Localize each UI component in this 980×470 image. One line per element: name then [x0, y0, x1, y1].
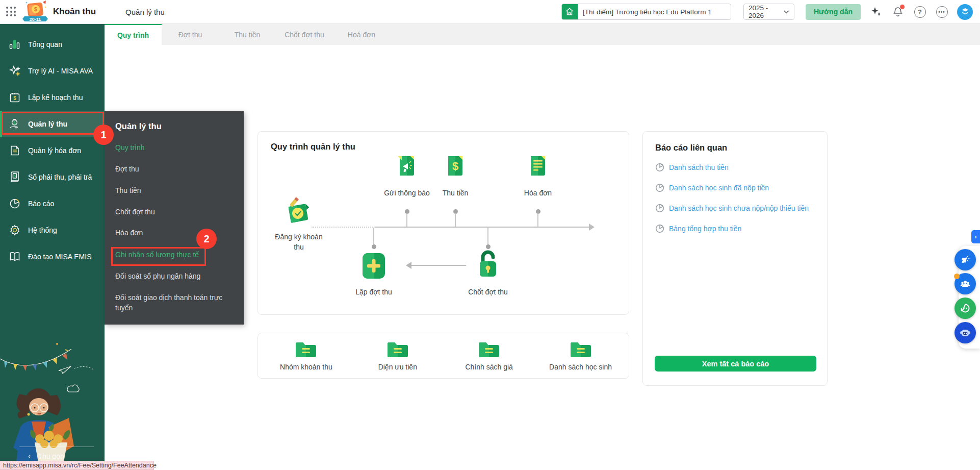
svg-text:$: $	[13, 95, 16, 101]
submenu-item-doi-soat-giao-dich[interactable]: Đối soát giao dịch thanh toán trực tuyến	[115, 292, 235, 313]
school-year-select[interactable]: 2025 - 2026	[743, 4, 794, 20]
folder-icon	[569, 340, 592, 359]
notify-document-icon[interactable]	[394, 152, 420, 179]
sidebar-item-quan-ly-hoa-don[interactable]: Quản lý hóa đơn	[0, 137, 105, 164]
report-link-hoc-sinh-chua-nop[interactable]: Danh sách học sinh chưa nộp/nộp thiếu ti…	[655, 204, 809, 213]
header-nav-quan-ly-thu[interactable]: Quản lý thu	[125, 8, 165, 16]
step-label-register: Đăng ký khoản thu	[273, 232, 324, 252]
process-card: Quy trình quản lý thu $	[257, 131, 629, 315]
user-avatar[interactable]	[957, 4, 973, 20]
app-launcher-icon[interactable]	[6, 7, 16, 17]
catalog-label: Danh sách học sinh	[549, 363, 612, 371]
chevron-down-icon	[784, 10, 789, 14]
ai-sparkles-icon[interactable]	[869, 5, 883, 18]
register-note-icon[interactable]	[282, 195, 314, 227]
svg-text:$: $	[34, 6, 37, 12]
home-icon	[562, 4, 578, 20]
calendar-dollar-icon: $	[8, 91, 21, 104]
sidebar-collapse-button[interactable]: ‹ Thu gọn	[28, 452, 64, 461]
sidebar-item-label: Hệ thống	[28, 226, 57, 234]
submenu-item-doi-soat-so-phu[interactable]: Đối soát sổ phụ ngân hàng	[115, 272, 200, 283]
catalog-danh-sach-hoc-sinh[interactable]: Danh sách học sinh	[537, 340, 624, 371]
tab-quy-trinh[interactable]: Quy trình	[105, 24, 162, 45]
submenu-item-thu-tien[interactable]: Thu tiền	[115, 186, 141, 197]
more-options-icon[interactable]: •••	[935, 5, 948, 18]
submenu-title: Quản lý thu	[115, 121, 162, 131]
connector-stem	[455, 213, 456, 227]
step-label-invoice: Hóa đơn	[502, 189, 574, 197]
submenu-item-ghi-nhan-so-luong[interactable]: Ghi nhận số lượng thực tế	[115, 251, 199, 262]
invoice-document-icon[interactable]	[525, 152, 551, 179]
close-batch-lock-icon[interactable]	[476, 248, 500, 280]
tab-hoa-don[interactable]: Hoá đơn	[333, 24, 390, 45]
report-link-label: Danh sách học sinh đã nộp tiền	[669, 184, 769, 192]
tab-dot-thu[interactable]: Đợt thu	[162, 24, 219, 45]
logo-badge: 20-11	[30, 17, 41, 22]
collapse-label: Thu gọn	[38, 452, 64, 460]
submenu-item-quy-trinh[interactable]: Quy trình	[115, 143, 145, 155]
catalog-chinh-sach-gia[interactable]: Chính sách giá	[446, 340, 532, 371]
ai-chatbot-button[interactable]	[955, 322, 976, 343]
app-header: $ 20-11 Khoản thu Quản lý thu [Thí điểm]…	[0, 0, 980, 24]
connector-stem	[487, 228, 488, 244]
sidebar-item-label: Sổ phải thu, phải trả	[28, 173, 92, 181]
sidebar-item-dao-tao-misa-emis[interactable]: Đào tạo MISA EMIS	[0, 243, 105, 270]
svg-text:$: $	[452, 160, 458, 172]
view-all-reports-button[interactable]: Xem tất cả báo cáo	[655, 356, 816, 372]
submenu-item-hoa-don[interactable]: Hóa đơn	[115, 229, 143, 240]
sidebar-item-tong-quan[interactable]: Tổng quan	[0, 31, 105, 58]
sidebar-divider	[19, 447, 94, 447]
report-link-label: Bảng tổng hợp thu tiền	[669, 225, 741, 233]
report-link-hoc-sinh-da-nop[interactable]: Danh sách học sinh đã nộp tiền	[655, 183, 769, 192]
sidebar-item-label: Trợ lý AI - MISA AVA	[28, 67, 93, 75]
connector-stem	[406, 213, 407, 227]
status-bar-url: https://emisapp.misa.vn/rc/Fee/Setting/F…	[0, 461, 154, 470]
create-batch-plus-icon[interactable]	[362, 252, 386, 280]
catalog-label: Nhóm khoản thu	[280, 363, 332, 371]
page-tabs: Quy trình Đợt thu Thu tiền Chốt đợt thu …	[105, 24, 980, 45]
sidebar-item-label: Tổng quan	[28, 40, 62, 48]
guide-button[interactable]: Hướng dẫn	[806, 4, 861, 20]
catalog-dien-uu-tien[interactable]: Diện ưu tiên	[354, 340, 441, 371]
svg-text:$: $	[14, 174, 16, 178]
sidebar-item-bao-cao[interactable]: Báo cáo	[0, 190, 105, 217]
process-diagram: $ Gửi thông báo Thu tiền Hóa đơn	[258, 132, 629, 314]
tab-chot-dot-thu[interactable]: Chốt đợt thu	[276, 24, 333, 45]
catalog-label: Diện ưu tiên	[378, 363, 417, 371]
sidebar-item-label: Báo cáo	[28, 200, 54, 208]
sidebar-item-so-phai-thu-phai-tra[interactable]: $ Sổ phải thu, phải trả	[0, 164, 105, 190]
announcement-megaphone-button[interactable]	[955, 249, 976, 270]
svg-text:$: $	[13, 120, 16, 126]
expand-widgets-tab[interactable]: ›	[971, 230, 980, 243]
help-icon[interactable]: ?	[913, 5, 926, 18]
submenu-item-chot-dot-thu[interactable]: Chốt đợt thu	[115, 208, 155, 219]
catalog-nhom-khoan-thu[interactable]: Nhóm khoản thu	[263, 340, 349, 371]
sidebar-item-he-thong[interactable]: Hệ thống	[0, 217, 105, 243]
report-link-bang-tong-hop[interactable]: Bảng tổng hợp thu tiền	[655, 224, 741, 233]
sidebar-item-label: Quản lý thu	[28, 120, 67, 128]
sidebar-item-quan-ly-thu[interactable]: $ Quản lý thu	[0, 111, 105, 137]
header-controls: [Thí điểm] Trường tiểu học Edu Platform …	[561, 4, 973, 20]
folder-icon	[477, 340, 501, 359]
notifications-bell-icon[interactable]	[891, 5, 905, 18]
pie-chart-icon	[8, 197, 21, 210]
gear-icon	[8, 224, 21, 237]
report-link-danh-sach-thu-tien[interactable]: Danh sách thu tiền	[655, 163, 729, 172]
tab-thu-tien[interactable]: Thu tiền	[219, 24, 276, 45]
step-label-create-batch: Lập đợt thu	[338, 288, 409, 296]
timeline-arrowhead	[589, 224, 595, 231]
school-name: [Thí điểm] Trường tiểu học Edu Platform …	[578, 8, 717, 16]
chat-support-button[interactable]	[955, 298, 976, 319]
submenu-quan-ly-thu: Quản lý thu Quy trình Đợt thu Thu tiền C…	[105, 111, 244, 325]
sidebar-item-tro-ly-ai[interactable]: Trợ lý AI - MISA AVA	[0, 58, 105, 84]
sparkle-icon	[8, 64, 21, 78]
school-year-value: 2025 - 2026	[749, 4, 784, 19]
school-selector[interactable]: [Thí điểm] Trường tiểu học Edu Platform …	[561, 4, 731, 20]
submenu-item-dot-thu[interactable]: Đợt thu	[115, 165, 139, 176]
collect-document-icon[interactable]: $	[442, 152, 469, 179]
folder-icon	[294, 340, 318, 359]
sidebar-item-lap-ke-hoach-thu[interactable]: $ Lập kế hoạch thu	[0, 84, 105, 111]
reports-card: Báo cáo liên quan Danh sách thu tiền Dan…	[642, 131, 828, 386]
sidebar-illustration	[0, 317, 105, 470]
app-window: $ 20-11 Khoản thu Quản lý thu [Thí điểm]…	[0, 0, 980, 470]
